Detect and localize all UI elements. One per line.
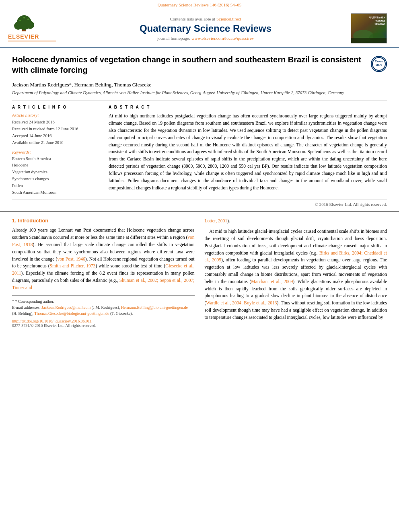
issn-line: 0277-3791/© 2016 Elsevier Ltd. All right… bbox=[12, 323, 195, 328]
keyword-eastern-south-america: Eastern South America bbox=[12, 156, 101, 162]
journal-homepage-link[interactable]: www.elsevier.com/locate/quascirev bbox=[191, 36, 254, 41]
ref-shuman[interactable]: Shuman et al., 2002; Seppä et al., 2007;… bbox=[12, 278, 195, 290]
doi-line: http://dx.doi.org/10.1016/j.quascirev.20… bbox=[12, 319, 195, 323]
svg-point-4 bbox=[19, 20, 21, 21]
article-info-column: A R T I C L E I N F O Article history: R… bbox=[12, 105, 101, 196]
svg-point-6 bbox=[23, 17, 25, 18]
keyword-synchronous-changes: Synchronous changes bbox=[12, 176, 101, 183]
received-revised-date: Received in revised form 12 June 2016 bbox=[12, 126, 101, 133]
journal-cover: QUATERNARY SCIENCE REVIEWS bbox=[351, 13, 391, 43]
ref-von-post-1946[interactable]: von Post, 1946 bbox=[57, 257, 85, 261]
email-giesecke[interactable]: Thomas.Giesecke@biologie.uni-goettingen.… bbox=[34, 311, 109, 316]
authors: Jackson Martins Rodrigues*, Hermann Behl… bbox=[12, 82, 387, 88]
article-info-label: A R T I C L E I N F O bbox=[12, 105, 101, 109]
corresponding-author-note: * * Corresponding author. bbox=[12, 298, 195, 304]
affiliation: Department of Palynology and Climate Dyn… bbox=[12, 90, 387, 96]
sciencedirect-label: Contents lists available at ScienceDirec… bbox=[60, 16, 351, 21]
svg-text:SCIENCE: SCIENCE bbox=[376, 20, 386, 22]
svg-rect-14 bbox=[351, 38, 387, 43]
cover-art-icon: QUATERNARY SCIENCE REVIEWS bbox=[351, 14, 387, 43]
svg-text:Mark: Mark bbox=[376, 64, 382, 66]
ref-marchant[interactable]: Marchant et al., 2009 bbox=[251, 279, 293, 284]
crossmark-svg: Cross Mark bbox=[372, 57, 386, 71]
svg-point-5 bbox=[27, 18, 29, 20]
ref-birks-cheddadi[interactable]: Birks and Birks, 2004; Cheddadi et al., … bbox=[205, 251, 387, 263]
ref-von-post-1918[interactable]: von Post, 1918 bbox=[12, 235, 195, 247]
intro-paragraph-3: At mid to high latitudes glacial-intergl… bbox=[205, 228, 387, 321]
email-rodrigues[interactable]: Jackson.Rodrigues@mail.com bbox=[41, 305, 90, 310]
journal-homepage: journal homepage: www.elsevier.com/locat… bbox=[60, 36, 351, 41]
keyword-south-american-monsoon: South American Monsoon bbox=[12, 189, 101, 196]
paper-title: Holocene dynamics of vegetation change i… bbox=[12, 54, 367, 75]
copyright-notice: © 2016 Elsevier Ltd. All rights reserved… bbox=[12, 199, 387, 207]
journal-header: ELSEVIER Contents lists available at Sci… bbox=[0, 9, 399, 48]
elsevier-logo-area: ELSEVIER bbox=[8, 14, 60, 43]
abstract-column: A B S T R A C T At mid to high northern … bbox=[109, 105, 387, 196]
body-two-col: 1. Introduction Already 100 years ago Le… bbox=[12, 218, 387, 327]
info-abstract-section: A R T I C L E I N F O Article history: R… bbox=[12, 105, 387, 196]
elsevier-underline bbox=[8, 41, 56, 41]
elsevier-wordmark: ELSEVIER bbox=[8, 33, 39, 40]
article-history-label: Article history: bbox=[12, 113, 101, 117]
abstract-text: At mid to high northern latitudes postgl… bbox=[109, 113, 387, 191]
svg-point-3 bbox=[26, 21, 34, 29]
accepted-date: Accepted 14 June 2016 bbox=[12, 133, 101, 140]
crossmark-badge[interactable]: Cross Mark bbox=[371, 56, 387, 72]
email-behling[interactable]: Hermann.Behling@bio.uni-goettingen.de bbox=[121, 305, 188, 310]
elsevier-tree-icon bbox=[8, 14, 40, 33]
keyword-holocene: Holocene bbox=[12, 162, 101, 169]
abstract-label: A B S T R A C T bbox=[109, 105, 387, 109]
ref-wardle-boyle[interactable]: Wardle et al., 2004; Boyle et al., 2013 bbox=[206, 300, 277, 305]
crossmark-icon: Cross Mark bbox=[371, 56, 387, 72]
svg-text:Cross: Cross bbox=[375, 60, 383, 63]
body-right-column: Lotter, 2001). At mid to high latitudes … bbox=[205, 218, 387, 327]
header-divider bbox=[12, 101, 387, 101]
svg-text:REVIEWS: REVIEWS bbox=[376, 23, 386, 25]
elsevier-logo-box: ELSEVIER bbox=[8, 14, 56, 43]
journal-title: Quaternary Science Reviews bbox=[60, 23, 351, 34]
svg-point-2 bbox=[14, 22, 22, 30]
journal-citation: Quaternary Science Reviews 146 (2016) 54… bbox=[158, 2, 242, 7]
email-footnote: E-mail addresses: Jackson.Rodrigues@mail… bbox=[12, 304, 195, 316]
article-main: Holocene dynamics of vegetation change i… bbox=[0, 48, 399, 211]
svg-text:QUATERNARY: QUATERNARY bbox=[372, 16, 386, 19]
journal-header-center: Contents lists available at ScienceDirec… bbox=[60, 16, 351, 41]
section1-heading: 1. Introduction bbox=[12, 218, 195, 224]
doi-link[interactable]: http://dx.doi.org/10.1016/j.quascirev.20… bbox=[12, 319, 92, 323]
ref-lotter-2001[interactable]: Lotter, 2001 bbox=[205, 218, 227, 223]
ref-giesecke-2011[interactable]: Giesecke et al., 2011 bbox=[12, 263, 195, 275]
journal-cover-image: QUATERNARY SCIENCE REVIEWS bbox=[351, 13, 387, 43]
sciencedirect-link[interactable]: ScienceDirect bbox=[216, 16, 241, 21]
keyword-pollen: Pollen bbox=[12, 183, 101, 189]
keywords-label: Keywords: bbox=[12, 150, 101, 154]
footnote-section: * * Corresponding author. E-mail address… bbox=[12, 296, 195, 328]
available-date: Available online 21 June 2016 bbox=[12, 140, 101, 146]
body-left-column: 1. Introduction Already 100 years ago Le… bbox=[12, 218, 195, 327]
ref-smith-pilcher[interactable]: Smith and Pilcher, 1973 bbox=[50, 263, 96, 268]
intro-paragraph-1: Already 100 years ago Lennart van Post d… bbox=[12, 227, 195, 291]
keyword-vegetation-dynamics: Vegetation dynamics bbox=[12, 169, 101, 176]
received-date: Received 24 March 2016 bbox=[12, 119, 101, 126]
body-section: 1. Introduction Already 100 years ago Le… bbox=[0, 211, 399, 331]
intro-paragraph-2: Lotter, 2001). bbox=[205, 218, 387, 225]
journal-citation-bar: Quaternary Science Reviews 146 (2016) 54… bbox=[0, 0, 399, 9]
